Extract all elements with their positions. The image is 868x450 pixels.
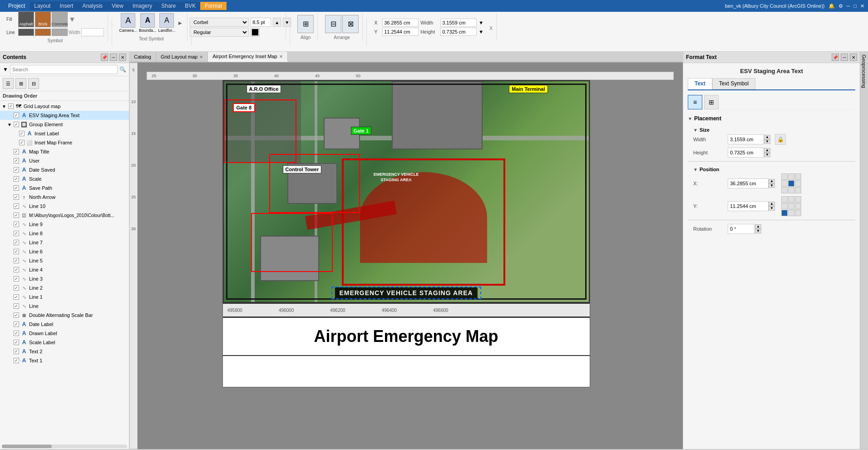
tab-bvk[interactable]: BVK <box>180 2 200 10</box>
anchor-y-tr[interactable] <box>795 196 801 203</box>
y-spin-up[interactable]: ▲ <box>769 202 775 206</box>
expand-all-btn[interactable]: ⊞ <box>15 78 26 89</box>
width-lock-btn[interactable]: 🔒 <box>775 134 786 145</box>
canvas-scroll[interactable]: 25 30 35 40 45 50 5 10 15 20 <box>129 63 683 449</box>
tree-line1[interactable]: ∿ Line 1 <box>0 292 129 302</box>
filter-icon[interactable]: ▼ <box>3 66 8 73</box>
list-view-btn[interactable]: ☰ <box>3 78 14 89</box>
panel-pin-btn[interactable]: 📌 <box>101 54 108 61</box>
tab-grid-layout[interactable]: Grid Layout map ✕ <box>156 52 208 62</box>
anchor-br[interactable] <box>795 187 801 193</box>
tab-insert[interactable]: Insert <box>55 2 78 10</box>
swatch-concrete[interactable]: Concrete <box>52 11 68 27</box>
search-input[interactable] <box>10 65 118 74</box>
line4-checkbox[interactable] <box>14 267 19 272</box>
line3-checkbox[interactable] <box>14 276 19 282</box>
x-prop-input[interactable] <box>728 178 769 188</box>
line-swatch-2[interactable] <box>35 29 51 36</box>
swatch-expand-arrow[interactable]: ▼ <box>69 15 76 24</box>
geoprocessing-tab[interactable]: Geoprocessing <box>860 52 868 449</box>
text1-checkbox[interactable] <box>14 358 19 363</box>
tree-esv-staging[interactable]: A ESV Staging Area Text <box>0 111 129 120</box>
line-width-input[interactable] <box>81 28 104 36</box>
collapse-all-btn[interactable]: ⊟ <box>28 78 39 89</box>
inset-label-checkbox[interactable] <box>19 131 25 136</box>
tree-inset-frame[interactable]: ⬜ Inset Map Frame <box>0 138 129 147</box>
tab-project[interactable]: Project <box>4 2 30 10</box>
tab-layout[interactable]: Layout <box>30 2 55 10</box>
map-title-checkbox[interactable] <box>14 149 19 154</box>
tree-root[interactable]: ▼ 🗺 Grid Layout map <box>0 102 129 111</box>
font-size-up[interactable]: ▲ <box>273 18 281 27</box>
anchor-mc[interactable] <box>788 180 794 187</box>
inset-frame-checkbox[interactable] <box>19 140 25 145</box>
panel-minimize-btn[interactable]: ─ <box>110 54 117 61</box>
scale-checkbox[interactable] <box>14 176 19 182</box>
tree-line3[interactable]: ∿ Line 3 <box>0 274 129 283</box>
format-icon-1[interactable]: ≡ <box>688 95 702 109</box>
group-checkbox[interactable] <box>14 122 19 127</box>
font-color-btn[interactable] <box>251 28 260 37</box>
format-tab-symbol[interactable]: Text Symbol <box>712 78 755 89</box>
x-input[interactable]: 36.2855 cm <box>382 19 419 27</box>
tree-line8[interactable]: ∿ Line 8 <box>0 229 129 238</box>
tab-format[interactable]: Format <box>200 2 227 10</box>
root-checkbox[interactable] <box>8 104 14 109</box>
drawn-label-checkbox[interactable] <box>14 331 19 336</box>
tab-airport-inset[interactable]: Airport Emergency Inset Map ✕ <box>208 52 287 62</box>
tab-share[interactable]: Share <box>157 2 180 10</box>
rotation-spin-down[interactable]: ▼ <box>755 229 761 233</box>
tree-date-saved[interactable]: A Date Saved <box>0 165 129 174</box>
right-panel-pin-btn[interactable]: 📌 <box>832 54 839 61</box>
line1-checkbox[interactable] <box>14 294 19 300</box>
save-path-checkbox[interactable] <box>14 185 19 191</box>
line10-checkbox[interactable] <box>14 203 19 209</box>
anchor-y-mc[interactable] <box>788 203 794 209</box>
anchor-bl[interactable] <box>781 187 788 193</box>
anchor-y-mr[interactable] <box>795 203 801 209</box>
format-icon-2[interactable]: ⊞ <box>704 95 719 109</box>
tree-group-element[interactable]: ▼ 🔲 Group Element <box>0 120 129 129</box>
line7-checkbox[interactable] <box>14 240 19 245</box>
width-spin-up[interactable]: ▲ <box>764 135 770 139</box>
line9-checkbox[interactable] <box>14 222 19 227</box>
arrange-btn-1[interactable]: ⊟ <box>325 15 341 33</box>
tree-line5[interactable]: ∿ Line 5 <box>0 256 129 265</box>
line8-checkbox[interactable] <box>14 231 19 236</box>
line-swatch-1[interactable] <box>18 29 34 36</box>
height-spin-up[interactable]: ▲ <box>764 148 770 153</box>
line5-checkbox[interactable] <box>14 258 19 263</box>
swatch-asphalt[interactable]: Asphalt <box>18 11 34 27</box>
esv-checkbox[interactable] <box>14 113 19 118</box>
anchor-y-bc[interactable] <box>788 210 794 216</box>
scale-bar-checkbox[interactable] <box>14 312 19 318</box>
right-panel-close-btn[interactable]: ✕ <box>850 54 857 61</box>
tree-line[interactable]: ∿ Line <box>0 302 129 311</box>
camera-btn[interactable]: A Camera... <box>119 13 138 33</box>
tree-date-label[interactable]: A Date Label <box>0 320 129 329</box>
tree-inset-label[interactable]: A Inset Label <box>0 129 129 138</box>
y-spin-down[interactable]: ▼ <box>769 206 775 211</box>
tree-logo[interactable]: 🖼 M:\Albury\logos\Logos_2010\Colour\Bott… <box>0 211 129 220</box>
tree-scale-bar[interactable]: ⊞ Double Alternating Scale Bar <box>0 311 129 320</box>
line6-checkbox[interactable] <box>14 249 19 254</box>
anchor-bc[interactable] <box>788 187 794 193</box>
height-prop-input[interactable] <box>728 148 764 158</box>
anchor-tc[interactable] <box>788 173 794 180</box>
align-btn[interactable]: ⊞ <box>297 15 314 33</box>
y-input[interactable]: 11.2544 cm <box>382 28 419 36</box>
north-arrow-checkbox[interactable] <box>14 194 19 200</box>
tab-imagery[interactable]: Imagery <box>128 2 157 10</box>
tree-line9[interactable]: ∿ Line 9 <box>0 220 129 229</box>
anchor-y-ml[interactable] <box>781 203 788 209</box>
text-symbol-expand[interactable]: ▶ <box>177 20 183 25</box>
tree-text2[interactable]: A Text 2 <box>0 347 129 356</box>
width-prop-input[interactable] <box>728 134 764 144</box>
x-spin-up[interactable]: ▲ <box>769 179 775 183</box>
settings-icon[interactable]: ⚙ <box>838 3 843 9</box>
tree-text1[interactable]: A Text 1 <box>0 356 129 365</box>
anchor-y-tc[interactable] <box>788 196 794 203</box>
tree-line7[interactable]: ∿ Line 7 <box>0 238 129 247</box>
line-swatch-3[interactable] <box>52 29 68 36</box>
tree-save-path[interactable]: A Save Path <box>0 183 129 193</box>
